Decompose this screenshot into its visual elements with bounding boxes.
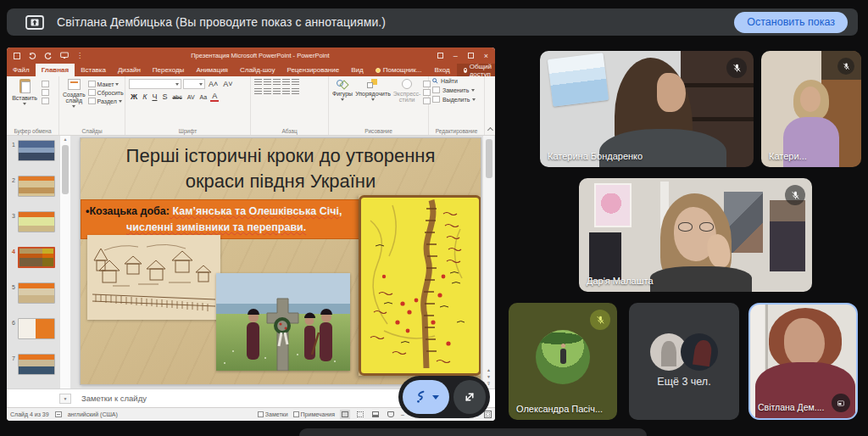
tile-kateryna-small[interactable]: Катери...	[761, 51, 861, 167]
columns-icon[interactable]	[292, 88, 299, 95]
slide-thumbnail-3[interactable]	[18, 211, 55, 232]
stop-presenting-button[interactable]: Остановить показ	[734, 12, 848, 33]
fit-to-window-icon[interactable]	[484, 411, 492, 418]
zoom-out-button[interactable]: –	[401, 411, 404, 417]
tab-Главная[interactable]: Главная	[36, 64, 75, 76]
layout-button[interactable]: Макет	[88, 81, 124, 87]
character-spacing-button[interactable]: AV	[186, 94, 197, 100]
slide-thumbnail-2[interactable]	[18, 176, 55, 197]
text-shadow-button[interactable]: S	[160, 92, 169, 101]
ribbon-display-options-icon[interactable]	[437, 53, 443, 59]
sign-in-button[interactable]: Вход	[427, 64, 456, 76]
copy-icon[interactable]	[42, 89, 49, 96]
participant-name: Катери...	[769, 151, 807, 161]
annotation-tool-button[interactable]	[403, 380, 449, 414]
comments-toggle-button[interactable]: Примечания	[293, 411, 335, 417]
shapes-button[interactable]: Фигуры	[332, 79, 353, 126]
cut-icon[interactable]	[42, 81, 49, 87]
slide-title: Перші історичні кроки до утворення окрас…	[81, 143, 481, 194]
font-color-button[interactable]: A	[210, 92, 219, 102]
normal-view-button[interactable]	[340, 410, 350, 419]
decrease-indent-icon[interactable]	[273, 79, 281, 86]
start-slideshow-icon[interactable]	[60, 52, 69, 60]
avatar	[681, 333, 718, 371]
participant-name: Катерина Бондаренко	[548, 151, 643, 161]
slide-thumbnail-5[interactable]	[18, 282, 55, 304]
numbering-icon[interactable]	[264, 79, 271, 86]
reading-view-button[interactable]	[370, 410, 381, 419]
clipboard-icon	[19, 79, 31, 93]
tab-Файл[interactable]: Файл	[7, 64, 36, 76]
collapse-ribbon-icon[interactable]	[487, 127, 493, 133]
font-size-select[interactable]	[183, 79, 205, 89]
reset-button[interactable]: Сбросить	[88, 89, 124, 96]
tile-more-participants[interactable]: Ещё 3 чел.	[629, 303, 739, 420]
tabs-right-cluster: Вход Общий доступ	[427, 64, 495, 76]
collapse-thumbnails-icon[interactable]: ▼	[59, 394, 71, 404]
tab-Анимация[interactable]: Анимация	[190, 64, 234, 76]
align-center-icon[interactable]	[264, 88, 271, 95]
tab-Помощник...[interactable]: Помощник...	[370, 64, 428, 76]
replace-button[interactable]: Заменить	[432, 87, 482, 93]
comments-icon	[293, 411, 299, 417]
select-button[interactable]: Выделить	[432, 96, 482, 103]
line-spacing-icon[interactable]	[292, 79, 299, 86]
increase-indent-icon[interactable]	[282, 79, 290, 86]
maximize-button[interactable]	[468, 53, 474, 59]
tab-Дизайн[interactable]: Дизайн	[112, 64, 147, 76]
spellcheck-icon[interactable]	[55, 411, 62, 417]
notes-toggle-button[interactable]: Заметки	[258, 411, 288, 417]
tab-Слайд-шоу[interactable]: Слайд-шоу	[234, 64, 281, 76]
slide-canvas[interactable]: Перші історичні кроки до утворення окрас…	[81, 138, 481, 384]
picture-in-picture-button[interactable]	[832, 394, 850, 412]
new-slide-button[interactable]: Создать слайд	[63, 79, 86, 126]
mic-off-icon	[590, 310, 610, 330]
tab-Вид[interactable]: Вид	[345, 64, 369, 76]
fullscreen-button[interactable]	[453, 380, 486, 414]
section-button[interactable]: Раздел	[88, 98, 124, 104]
slideshow-view-button[interactable]	[386, 410, 396, 419]
tab-Вставка[interactable]: Вставка	[75, 64, 112, 76]
language-indicator[interactable]: английский (США)	[68, 411, 118, 417]
justify-icon[interactable]	[282, 88, 290, 95]
paste-button[interactable]: Вставить	[10, 79, 39, 126]
slide-thumbnail-6[interactable]	[18, 318, 55, 339]
save-icon[interactable]	[14, 53, 20, 59]
tab-Рецензирование[interactable]: Рецензирование	[281, 64, 345, 76]
tile-svitlana-active-speaker[interactable]: Світлана Дем....	[748, 303, 858, 420]
notes-icon	[258, 411, 264, 417]
tile-katerina-bondarenko[interactable]: Катерина Бондаренко	[540, 51, 754, 167]
tile-oleksandra[interactable]: Олександра Пасіч...	[509, 303, 617, 420]
underline-button[interactable]: Ч	[150, 92, 159, 101]
participant-name: Олександра Пасіч...	[516, 404, 603, 414]
grow-font-button[interactable]: A˄	[207, 80, 220, 88]
thumbnail-row-2: 2	[7, 176, 55, 197]
close-button[interactable]: ×	[484, 52, 488, 60]
change-case-button[interactable]: Aa	[198, 94, 209, 100]
slide-scrollbar[interactable]: ▲▼⊽	[482, 136, 494, 388]
tile-darya-malashta[interactable]: Дар'я Малашта	[579, 178, 812, 292]
arrange-button[interactable]: Упорядочить	[355, 79, 391, 126]
undo-icon[interactable]	[28, 52, 36, 60]
bold-button[interactable]: Ж	[129, 92, 139, 101]
bullets-icon[interactable]	[254, 79, 262, 86]
shrink-font-button[interactable]: A˅	[221, 80, 234, 88]
tab-Переходы[interactable]: Переходы	[147, 64, 191, 76]
redo-icon[interactable]	[44, 52, 53, 60]
slide-thumbnail-4[interactable]	[18, 247, 55, 268]
align-right-icon[interactable]	[273, 88, 281, 95]
slide-thumbnail-1[interactable]	[18, 140, 55, 161]
qat-more-icon[interactable]: ⋮	[76, 52, 83, 59]
minimize-button[interactable]: –	[453, 52, 458, 60]
thumbnail-scrollbar[interactable]: ▲	[59, 136, 70, 388]
format-painter-icon[interactable]	[42, 98, 49, 104]
italic-button[interactable]: К	[141, 92, 148, 101]
align-left-icon[interactable]	[254, 88, 262, 95]
strikethrough-button[interactable]: abc	[170, 94, 183, 100]
font-name-select[interactable]	[129, 79, 181, 89]
slide-sorter-view-button[interactable]	[355, 410, 365, 419]
quick-styles-button[interactable]: Экспресс-стили	[393, 79, 421, 126]
share-button[interactable]: Общий доступ	[457, 64, 495, 76]
find-button[interactable]: Найти	[432, 78, 482, 84]
slide-thumbnail-7[interactable]	[18, 354, 55, 375]
